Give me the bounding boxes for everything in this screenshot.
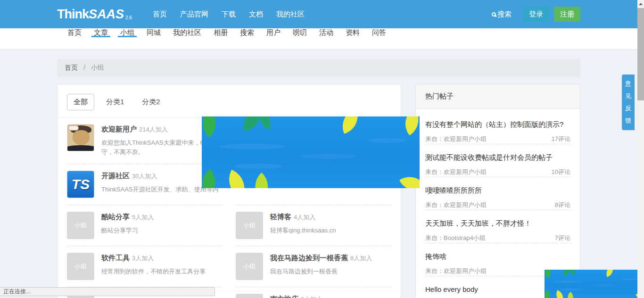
group-list-item[interactable]: 小组酷站分享5人加入酷站分享学习 [67, 205, 223, 246]
avatar-suit [67, 145, 94, 151]
post-meta: 来自：欢迎新用户小组8评论 [425, 201, 570, 209]
search-button[interactable]: 搜索 [492, 10, 512, 19]
hot-post-item[interactable]: 有没有整个网站的（站主）控制面版的演示?来自：欢迎新用户小组17评论 [425, 111, 570, 144]
breadcrumb-home-link[interactable]: 首页 [65, 64, 78, 71]
hot-posts-panel: 热门帖子 有没有整个网站的（站主）控制面版的演示?来自：欢迎新用户小组17评论测… [415, 84, 580, 298]
search-label: 搜索 [497, 10, 512, 19]
group-name[interactable]: 我在马路边捡到一根香蕉8人加入 [270, 254, 372, 263]
subnav-item[interactable]: 活动 [313, 28, 339, 37]
subnav-item[interactable]: 文章 [88, 28, 114, 37]
post-title[interactable]: 有没有整个网站的（站主）控制面版的演示? [425, 120, 570, 129]
header-nav-item[interactable]: 下载 [215, 10, 242, 19]
group-description: 我在马路边捡到一根香蕉 [270, 267, 372, 276]
search-icon [492, 12, 496, 17]
hot-post-item[interactable]: 天天加班，天天加班，不胖才怪！来自：Bootstrap4小组7评论 [425, 210, 570, 243]
top-header: ThinkSAAS2.6 首页产品官网下载文档我的社区 搜索 登录 注册 [0, 0, 644, 28]
water-streak [234, 164, 282, 169]
leaf-icon [564, 291, 577, 298]
subnav-item[interactable]: 同城 [140, 28, 167, 37]
group-name[interactable]: 开源社区30人加入 [101, 172, 218, 181]
subnav-item[interactable]: 用户 [260, 28, 287, 37]
post-source-group[interactable]: 来自：欢迎新用户小组 [425, 267, 487, 275]
group-description: 酷站分享学习 [101, 226, 154, 235]
avatar-face [73, 130, 90, 145]
group-name[interactable]: 轻博客4人加入 [270, 213, 336, 222]
group-list-item[interactable]: 小组我在马路边捡到一根香蕉8人加入我在马路边捡到一根香蕉 [236, 246, 391, 287]
category-tab[interactable]: 分类2 [136, 94, 166, 110]
header-nav-item[interactable]: 产品官网 [173, 10, 215, 19]
subnav-item[interactable]: 问答 [366, 28, 392, 37]
scrollbar-thumb[interactable] [637, 8, 644, 100]
hot-posts-title: 热门帖子 [416, 84, 580, 109]
category-tab[interactable]: 全部 [67, 94, 94, 110]
group-name[interactable]: 南方旅店3人加入 [270, 295, 322, 298]
group-list-item[interactable]: 小组南方旅店3人加入 [236, 287, 391, 298]
subnav-item[interactable]: 唠叨 [287, 28, 313, 37]
water-streak [553, 281, 582, 283]
subnav-item[interactable]: 搜索 [234, 28, 260, 37]
subnav-item[interactable]: 首页 [61, 28, 88, 37]
group-avatar: 小组 [236, 294, 263, 298]
water-streak [560, 289, 581, 290]
leaf-icon [399, 170, 420, 188]
subnav-item[interactable]: 资料 [339, 28, 366, 37]
post-source-group[interactable]: 来自：Bootstrap4小组 [425, 234, 486, 242]
header-nav-item[interactable]: 文档 [242, 10, 270, 19]
leaf-icon [398, 116, 420, 135]
group-info: 我在马路边捡到一根香蕉8人加入我在马路边捡到一根香蕉 [270, 253, 372, 280]
feedback-char: 反 [625, 104, 631, 113]
post-title[interactable]: 天天加班，天天加班，不胖才怪！ [425, 219, 570, 228]
group-description: 欢迎您加入ThinkSAAS大家庭中来，6年来守，不离不弃。 [101, 138, 216, 157]
group-info: 酷站分享5人加入酷站分享学习 [101, 212, 154, 239]
header-nav-item[interactable]: 我的社区 [270, 10, 311, 19]
category-tab[interactable]: 分类1 [100, 94, 130, 110]
subnav-item[interactable]: 我的社区 [167, 28, 207, 37]
login-button[interactable]: 登录 [523, 7, 549, 22]
hot-post-item[interactable]: 啛啛喳喳所所所所来自：欢迎新用户小组8评论 [425, 177, 570, 210]
post-title[interactable]: 啛啛喳喳所所所所 [425, 186, 570, 195]
category-tabs: 全部分类1分类2 [58, 84, 401, 117]
breadcrumb-separator: / [83, 64, 85, 71]
leaf-icon [553, 290, 566, 298]
post-meta: 来自：欢迎新用户小组10评论 [425, 168, 570, 176]
group-list-item[interactable]: TS开源社区30人加入ThinkSAAS开源社区开发、求助、使用等内 [67, 164, 223, 205]
group-members-count: 5人加入 [132, 214, 154, 221]
post-title[interactable]: 掩饰啥 [425, 252, 570, 261]
group-description: 经常用到的软件，不错的开发工具分享 [101, 267, 206, 276]
group-info: 开源社区30人加入ThinkSAAS开源社区开发、求助、使用等内 [101, 171, 218, 198]
site-logo[interactable]: ThinkSAAS2.6 [57, 7, 132, 22]
register-button[interactable]: 注册 [554, 7, 580, 22]
group-list-item[interactable]: 小组轻博客4人加入轻博客qing.thinksaas.cn [236, 205, 391, 246]
group-avatar: 小组 [236, 212, 263, 239]
feedback-tab[interactable]: 意见反馈 [622, 74, 635, 130]
post-source-group[interactable]: 来自：欢迎新用户小组 [425, 168, 487, 176]
group-name[interactable]: 酷站分享5人加入 [101, 213, 154, 222]
scrollbar[interactable] [637, 0, 644, 298]
group-list-item[interactable]: 欢迎新用户214人加入欢迎您加入ThinkSAAS大家庭中来，6年来守，不离不弃… [67, 117, 223, 164]
hot-post-item[interactable]: 测试能不能设收费帖或是什对会员的帖子来自：欢迎新用户小组10评论 [425, 144, 570, 177]
post-title[interactable]: 测试能不能设收费帖或是什对会员的帖子 [425, 153, 570, 162]
post-comment-count: 7评论 [555, 234, 570, 242]
loading-banner-image-small [545, 270, 644, 298]
group-list-item[interactable]: 小组软件工具3人加入经常用到的软件，不错的开发工具分享 [67, 246, 223, 287]
water-streak [219, 144, 285, 149]
group-name[interactable]: 软件工具3人加入 [101, 254, 206, 263]
subnav-item[interactable]: 小组 [114, 28, 140, 37]
subnav-item[interactable]: 相册 [207, 28, 234, 37]
scrollbar-up-arrow-icon[interactable] [637, 0, 644, 8]
leaf-icon [545, 270, 554, 279]
logo-version: 2.6 [125, 15, 132, 22]
group-description: ThinkSAAS开源社区开发、求助、使用等内 [101, 185, 218, 194]
post-comment-count: 10评论 [552, 168, 570, 176]
group-name[interactable]: 欢迎新用户214人加入 [101, 125, 216, 134]
header-nav-item[interactable]: 首页 [146, 10, 173, 19]
feedback-char: 馈 [625, 116, 631, 125]
group-avatar: 小组 [67, 212, 94, 239]
group-avatar: 小组 [67, 253, 94, 280]
post-source-group[interactable]: 来自：欢迎新用户小组 [425, 201, 487, 209]
post-source-group[interactable]: 来自：欢迎新用户小组 [425, 135, 487, 143]
leaf-icon [202, 116, 223, 137]
leaf-icon [604, 270, 615, 277]
browser-status-bar: 正在连接... [0, 287, 215, 296]
logo-text: Think [57, 7, 89, 22]
